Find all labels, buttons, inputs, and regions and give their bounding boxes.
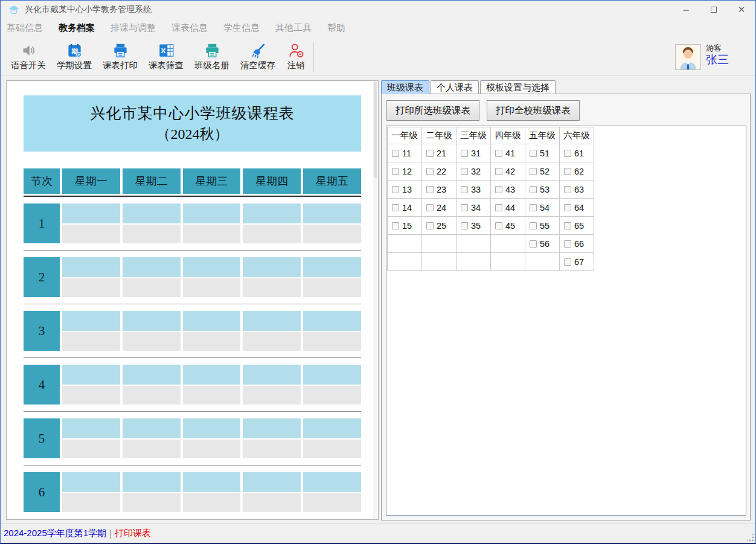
period-number-cell: 1 [24,203,60,243]
class-checkbox-53[interactable] [530,186,537,193]
timetable-day-column [123,472,181,512]
class-checkbox-51[interactable] [530,150,537,157]
timetable-day-column [303,472,361,512]
class-checkbox-33[interactable] [461,186,468,193]
period-number-cell: 6 [24,472,60,512]
class-number-label: 22 [437,167,446,176]
printer-teal-icon [204,42,220,59]
menu-item-帮助[interactable]: 帮助 [327,22,345,34]
menu-item-排课与调整[interactable]: 排课与调整 [111,22,156,34]
class-checkbox-cell-11: 11 [388,144,422,162]
tab-个人课表[interactable]: 个人课表 [431,80,479,94]
maximize-button[interactable] [700,1,728,19]
class-checkbox-67[interactable] [564,258,571,266]
course-cell [123,203,181,223]
toolbar: 语音开关期学期设置课表打印X课表筛查班级名册清空缓存注销 游客 张三 [1,37,755,75]
class-checkbox-11[interactable] [392,150,399,157]
class-checkbox-44[interactable] [495,204,502,211]
class-number-label: 51 [540,149,549,158]
class-checkbox-61[interactable] [564,150,571,157]
grade-table-row: 5666 [388,235,594,253]
tab-模板设置与选择[interactable]: 模板设置与选择 [480,80,556,94]
class-checkbox-41[interactable] [495,150,502,157]
class-checkbox-45[interactable] [495,222,502,229]
class-number-label: 31 [471,149,481,158]
timetable-body: 123456 [24,203,361,512]
class-checkbox-34[interactable] [461,204,468,211]
class-checkbox-22[interactable] [426,168,434,175]
close-button[interactable]: ✕ [728,1,755,19]
scrollbar-thumb[interactable] [374,82,377,178]
class-checkbox-cell-52: 52 [525,162,560,181]
teacher-cell [303,440,361,458]
class-checkbox-23[interactable] [426,186,434,193]
user-area[interactable]: 游客 张三 [675,43,729,70]
class-checkbox-14[interactable] [392,204,399,211]
class-checkbox-12[interactable] [392,168,399,175]
teacher-cell [123,225,181,243]
class-checkbox-15[interactable] [392,222,399,229]
class-checkbox-31[interactable] [461,150,468,157]
class-checkbox-52[interactable] [530,168,537,175]
class-cell [456,235,491,253]
toolbar-button-课表打印[interactable]: 课表打印 [97,40,143,74]
class-checkbox-cell-31: 31 [456,144,491,162]
toolbar-button-清空缓存[interactable]: 清空缓存 [235,40,281,74]
day-column-header: 星期五 [303,168,361,194]
status-bar: 2024-2025学年度第1学期 | 打印课表 [1,523,755,543]
class-checkbox-cell-64: 64 [560,199,594,217]
timetable-title-box: 兴化市某中心小学班级课程表 （2024秋） [24,95,361,152]
class-checkbox-13[interactable] [392,186,399,193]
print-selected-classes-button[interactable]: 打印所选班级课表 [386,100,479,121]
toolbar-button-语音开关[interactable]: 语音开关 [5,40,51,74]
class-checkbox-55[interactable] [530,222,537,229]
class-checkbox-42[interactable] [495,168,502,175]
grade-header-二年级: 二年级 [422,127,456,144]
class-checkbox-64[interactable] [564,204,571,211]
timetable-day-column [123,257,181,297]
class-checkbox-32[interactable] [461,168,468,175]
day-column-header: 星期三 [183,168,241,194]
calendar-settings-icon: 期 [66,42,83,59]
class-checkbox-cell-15: 15 [388,217,422,235]
class-checkbox-43[interactable] [495,186,502,193]
window-controls: ─ ✕ [672,1,755,19]
class-checkbox-63[interactable] [564,186,571,193]
class-checkbox-56[interactable] [530,240,537,248]
print-all-classes-button[interactable]: 打印全校班级课表 [487,100,580,121]
app-logo-icon [8,4,20,16]
menu-item-基础信息[interactable]: 基础信息 [7,22,43,34]
class-checkbox-54[interactable] [530,204,537,211]
timetable-day-column [183,311,241,351]
tab-班级课表[interactable]: 班级课表 [381,80,429,94]
teacher-cell [62,278,120,297]
class-checkbox-cell-62: 62 [560,162,594,181]
toolbar-button-label: 清空缓存 [240,60,275,71]
class-checkbox-65[interactable] [564,222,571,229]
teacher-cell [243,225,301,243]
toolbar-button-课表筛查[interactable]: X课表筛查 [143,40,189,74]
toolbar-button-学期设置[interactable]: 期学期设置 [51,40,97,74]
class-checkbox-24[interactable] [426,204,434,211]
toolbar-button-班级名册[interactable]: 班级名册 [189,40,235,74]
grade-header-一年级: 一年级 [388,127,422,144]
class-checkbox-66[interactable] [564,240,571,248]
toolbar-button-注销[interactable]: 注销 [281,40,311,74]
class-number-label: 54 [540,203,549,213]
resize-grip[interactable] [747,534,754,542]
menu-item-课表信息[interactable]: 课表信息 [171,22,208,34]
menu-item-其他工具[interactable]: 其他工具 [275,22,312,34]
class-checkbox-62[interactable] [564,168,571,175]
course-cell [243,311,301,331]
print-timetable-status-link[interactable]: 打印课表 [115,528,151,539]
class-checkbox-35[interactable] [461,222,468,229]
class-checkbox-25[interactable] [426,222,434,229]
menu-item-教务档案[interactable]: 教务档案 [59,22,95,34]
teacher-cell [303,386,361,405]
teacher-cell [243,493,301,512]
class-checkbox-21[interactable] [426,150,434,157]
menu-item-学生信息[interactable]: 学生信息 [223,22,260,34]
left-panel-scrollbar[interactable] [373,82,377,519]
grade-table-row: 142434445464 [388,199,594,217]
minimize-button[interactable]: ─ [672,1,700,19]
